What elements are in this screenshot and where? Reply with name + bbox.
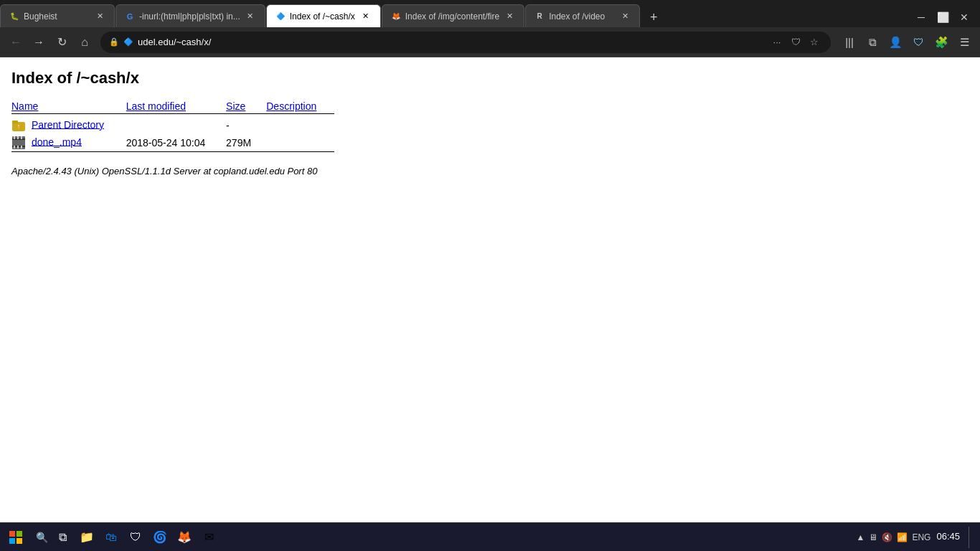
lock-icon: 🔒 <box>109 37 119 47</box>
tab-inurl[interactable]: G -inurl:(html|php|pls|txt) in... ✕ <box>116 4 265 27</box>
tab-title-bugheist: Bugheist <box>24 11 90 22</box>
home-button[interactable]: ⌂ <box>75 32 95 52</box>
forward-button[interactable]: → <box>29 32 49 52</box>
col-header-description: Description <box>266 99 334 114</box>
tray-network-icon[interactable]: 📶 <box>897 532 908 542</box>
svg-text:↑: ↑ <box>17 123 21 130</box>
tab-cash[interactable]: 🔷 Index of /~cash/x ✕ <box>266 4 381 27</box>
toolbar: ← → ↻ ⌂ 🔒 🔷 ··· 🛡 ☆ ||| ⧉ 👤 🛡 🧩 ☰ <box>0 27 980 57</box>
tab-favicon-cash: 🔷 <box>275 11 286 22</box>
server-footer: Apache/2.4.43 (Unix) OpenSSL/1.1.1d Serv… <box>11 166 969 176</box>
search-button[interactable]: 🔍 <box>32 527 52 547</box>
taskbar-firefox[interactable]: 🦊 <box>174 527 195 548</box>
close-window-button[interactable]: ✕ <box>954 7 974 27</box>
directory-table: Name Last modified Size Description <box>11 99 334 154</box>
table-row: ↑ Parent Directory - <box>11 117 334 134</box>
extensions-icon[interactable]: 🧩 <box>931 32 951 52</box>
system-clock[interactable]: 06:45 <box>936 530 960 543</box>
tab-close-video[interactable]: ✕ <box>619 11 631 22</box>
tab-title-inurl: -inurl:(html|php|pls|txt) in... <box>139 11 240 22</box>
bookmark-icon[interactable]: ☆ <box>806 34 822 50</box>
col-header-last-modified: Last modified <box>126 99 226 114</box>
col-header-name: Name <box>11 99 126 114</box>
system-tray: ▲ 🖥 🔇 📶 ENG <box>857 532 931 542</box>
parent-dir-size: - <box>226 117 266 134</box>
tab-favicon-img-fire: 🦊 <box>391 11 401 22</box>
tray-eng-label[interactable]: ENG <box>912 532 930 542</box>
address-input[interactable] <box>138 37 765 47</box>
show-desktop-button[interactable] <box>969 527 974 548</box>
parent-dir-link[interactable]: Parent Directory <box>32 118 104 130</box>
parent-dir-cell: ↑ Parent Directory <box>11 117 126 134</box>
file-size: 279M <box>226 134 266 152</box>
taskbar-email[interactable]: ✉ <box>198 527 220 548</box>
sort-by-description-link[interactable]: Description <box>266 100 316 112</box>
start-button[interactable] <box>6 527 26 547</box>
tab-close-inurl[interactable]: ✕ <box>245 11 256 22</box>
more-options-icon[interactable]: ··· <box>769 34 785 50</box>
svg-rect-15 <box>17 538 22 544</box>
table-row: done_.mp4 2018-05-24 10:04 279M <box>11 134 334 152</box>
sort-by-size-link[interactable]: Size <box>226 100 245 112</box>
taskbar-store[interactable]: 🛍 <box>100 527 122 548</box>
tab-close-bugheist[interactable]: ✕ <box>94 11 105 22</box>
firefox-shield-icon[interactable]: 🛡 <box>908 32 928 52</box>
tab-img-fire[interactable]: 🦊 Index of /img/content/fire ✕ <box>382 4 524 27</box>
taskbar-right: ▲ 🖥 🔇 📶 ENG 06:45 <box>857 527 974 548</box>
parent-dir-modified <box>126 117 226 134</box>
svg-rect-9 <box>14 146 15 149</box>
col-header-size: Size <box>226 99 266 114</box>
video-file-icon <box>11 136 26 150</box>
shield-address-icon[interactable]: 🛡 <box>788 34 804 50</box>
tab-favicon-video: R <box>534 11 545 22</box>
reload-button[interactable]: ↻ <box>52 32 72 52</box>
file-link[interactable]: done_.mp4 <box>32 136 82 147</box>
tab-video[interactable]: R Index of /video ✕ <box>525 4 640 27</box>
svg-rect-10 <box>17 146 19 149</box>
svg-rect-7 <box>17 136 19 139</box>
svg-rect-8 <box>21 136 22 139</box>
site-favicon: 🔷 <box>123 37 133 47</box>
svg-rect-13 <box>17 531 22 537</box>
maximize-button[interactable]: ⬜ <box>933 7 953 27</box>
tray-arrow-icon[interactable]: ▲ <box>857 532 865 542</box>
taskbar-apps: 📁 🛍 🛡 🌀 🦊 ✉ <box>76 527 220 548</box>
parent-dir-icon: ↑ <box>11 118 26 133</box>
taskbar-antivirus[interactable]: 🛡 <box>125 527 146 548</box>
taskbar-edge[interactable]: 🌀 <box>149 527 171 548</box>
split-view-icon[interactable]: ⧉ <box>862 32 882 52</box>
svg-rect-14 <box>9 538 15 544</box>
sort-by-modified-link[interactable]: Last modified <box>126 100 186 112</box>
file-modified: 2018-05-24 10:04 <box>126 134 226 152</box>
svg-rect-6 <box>14 136 15 139</box>
minimize-button[interactable]: ─ <box>911 7 931 27</box>
tray-display-icon[interactable]: 🖥 <box>869 532 877 542</box>
page-title: Index of /~cash/x <box>11 69 969 88</box>
taskbar: 🔍 ⧉ 📁 🛍 🛡 🌀 🦊 ✉ ▲ 🖥 🔇 📶 ENG 06:45 <box>0 522 980 551</box>
file-name-cell: done_.mp4 <box>11 134 126 152</box>
tab-bugheist[interactable]: 🐛 Bugheist ✕ <box>0 4 115 27</box>
menu-icon[interactable]: ☰ <box>954 32 974 52</box>
parent-dir-description <box>266 117 334 134</box>
svg-rect-11 <box>21 146 22 149</box>
back-button[interactable]: ← <box>6 32 26 52</box>
bookmarks-icon[interactable]: ||| <box>839 32 859 52</box>
tab-favicon-inurl: G <box>125 11 135 22</box>
tab-bar: 🐛 Bugheist ✕ G -inurl:(html|php|pls|txt)… <box>0 0 980 27</box>
tab-close-cash[interactable]: ✕ <box>360 11 372 22</box>
tab-close-img-fire[interactable]: ✕ <box>504 11 515 22</box>
svg-rect-12 <box>9 531 15 537</box>
page-content: Index of /~cash/x Name Last modified Siz… <box>0 57 980 522</box>
taskbar-file-explorer[interactable]: 📁 <box>76 527 98 548</box>
tab-favicon-bugheist: 🐛 <box>9 11 19 22</box>
tray-volume-icon[interactable]: 🔇 <box>882 532 892 542</box>
address-bar[interactable]: 🔒 🔷 ··· 🛡 ☆ <box>100 32 831 53</box>
task-view-button[interactable]: ⧉ <box>52 527 73 548</box>
sort-by-name-link[interactable]: Name <box>11 100 38 112</box>
new-tab-button[interactable]: + <box>644 7 664 27</box>
account-icon[interactable]: 👤 <box>885 32 905 52</box>
tab-title-img-fire: Index of /img/content/fire <box>405 11 499 22</box>
file-description <box>266 134 334 152</box>
tab-title-video: Index of /video <box>549 11 615 22</box>
clock-time: 06:45 <box>936 530 960 543</box>
